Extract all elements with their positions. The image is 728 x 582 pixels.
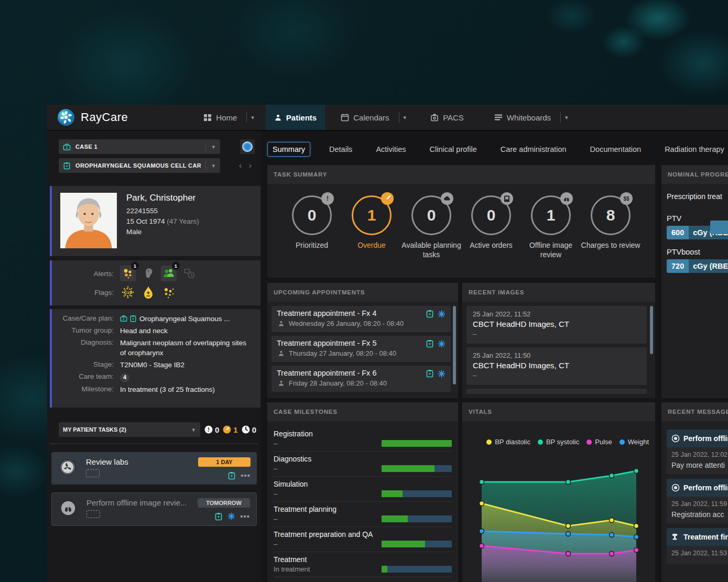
case-selector[interactable]: 1 CASE 1 ▾ — [59, 139, 220, 154]
panel-header: RECENT IMAGES — [462, 283, 655, 302]
task-card-review-labs[interactable]: Review labs 1 DAY ••• — [51, 452, 257, 485]
patient-card[interactable]: Park, Christopher 22241555 15 Oct 1974 (… — [50, 186, 260, 256]
covid19-virus-icon: C19 — [121, 285, 135, 299]
clipboard-icon[interactable] — [214, 512, 223, 521]
milestone-progressbar — [382, 465, 452, 472]
image-time: 25 Jan 2022, 11:52 — [473, 310, 640, 318]
brand: RayCare — [47, 105, 137, 130]
tab-details[interactable]: Details — [324, 142, 357, 156]
careplan-caret-icon[interactable]: ▾ — [211, 162, 216, 169]
care-team-count-badge[interactable]: 4 — [120, 373, 129, 382]
summary-circle-overdue[interactable]: 1 Overdue — [342, 195, 401, 259]
nav-label: Calendars — [353, 113, 389, 122]
more-icon[interactable]: ••• — [240, 512, 250, 521]
message-card[interactable]: Perform offline 25 Jan 2022, 12:02 Pay m… — [667, 430, 728, 474]
dose-value: 720 — [667, 259, 689, 273]
careplan-selector-label: OROPHARYNGEAL SQUAMOUS CELL CARCINOMA — [75, 162, 201, 169]
selector-divider — [205, 161, 206, 170]
tab-care-administration[interactable]: Care administration — [496, 142, 571, 156]
next-chevron-icon[interactable]: › — [247, 161, 254, 170]
nav-label: PACS — [443, 113, 464, 122]
lungs-icon — [59, 499, 77, 517]
recent-image-card[interactable]: 25 Jan 2022, 11:50 CBCT HeadHD Images, C… — [466, 347, 647, 385]
recent-image-card[interactable] — [466, 389, 647, 394]
summary-circle-prioritized[interactable]: 0 ! Prioritized — [282, 195, 342, 259]
progress-chip[interactable] — [710, 221, 728, 234]
home-grid-icon — [203, 113, 212, 122]
flag-covid-tile[interactable]: C19 — [120, 284, 136, 300]
detail-label: Milestone: — [52, 385, 120, 394]
milestone-label: Treatment planning — [274, 505, 452, 513]
nav-item-patients[interactable]: Patients — [266, 105, 325, 130]
clipboard-icon[interactable] — [426, 369, 434, 378]
detail-label: Tumor group: — [52, 326, 120, 336]
message-card[interactable]: Treatment fin 25 Jan 2022, 11:53 — [667, 528, 728, 564]
alert-history-tile[interactable] — [181, 266, 197, 281]
detail-label: Diagnosis: — [52, 338, 120, 357]
more-icon[interactable]: ••• — [241, 471, 251, 480]
tasks-header-label: MY PATIENT TASKS (2) — [63, 426, 191, 433]
orders-icon — [501, 192, 513, 205]
task-title: Review labs — [86, 457, 186, 466]
nav-item-pacs[interactable]: PACS — [422, 105, 472, 130]
tab-radiation-therapy[interactable]: Radiation therapy — [660, 142, 728, 156]
recent-images-scrollbar[interactable] — [650, 306, 653, 354]
tab-documentation[interactable]: Documentation — [585, 142, 646, 156]
frozen-star-icon — [438, 340, 446, 348]
detail-value: In treatment (3 of 25 fractions) — [120, 385, 215, 394]
case-status-button[interactable] — [240, 139, 255, 154]
summary-circle-charges[interactable]: 8 $$ Charges to review — [581, 195, 640, 259]
upcoming-appointments-panel: UPCOMING APPOINTMENTS Treatment appointm… — [267, 283, 458, 398]
due-count: 0 — [242, 425, 256, 434]
clipboard-icon[interactable] — [426, 310, 434, 318]
panel-header: NOMINAL PROGRES — [661, 165, 728, 184]
case-selector-label: CASE 1 — [75, 144, 201, 150]
clipboard-icon[interactable] — [227, 471, 236, 480]
clipboard-icon[interactable] — [426, 339, 434, 348]
summary-circle-orders[interactable]: 0 Active orders — [461, 195, 521, 259]
flag-blood-tile[interactable] — [140, 284, 156, 300]
tab-activities[interactable]: Activities — [371, 142, 410, 156]
message-time: 25 Jan 2022, 11:59 — [671, 500, 728, 508]
nav-item-home[interactable]: Home — [195, 105, 245, 130]
alert-allergy-tile[interactable]: 1 — [120, 266, 136, 281]
summary-circle-offline-review[interactable]: 1 Offline image review — [521, 195, 581, 259]
recent-images-panel: RECENT IMAGES 25 Jan 2022, 11:52 CBCT He… — [462, 283, 655, 398]
alert-hearing-tile[interactable] — [140, 266, 156, 281]
calendars-caret-icon[interactable]: ▾ — [399, 114, 411, 121]
appointments-scrollbar[interactable] — [453, 306, 456, 385]
case-caret-icon[interactable]: ▾ — [211, 144, 216, 150]
message-card[interactable]: Perform offline 25 Jan 2022, 11:59 Regis… — [667, 479, 728, 523]
tab-summary[interactable]: Summary — [267, 142, 310, 157]
message-time: 25 Jan 2022, 12:02 — [671, 451, 728, 458]
dollars-icon: $$ — [620, 192, 633, 205]
message-title: Perform offline — [683, 434, 728, 443]
milestone-progressbar — [382, 541, 452, 547]
nav-item-whiteboards[interactable]: Whiteboards — [486, 105, 559, 130]
legend-dot — [586, 440, 592, 445]
flag-dots-tile[interactable] — [161, 284, 177, 300]
my-patient-tasks-header[interactable]: MY PATIENT TASKS (2) ▾ — [59, 422, 200, 437]
appointment-title: Treatment appointment - Fx 4 — [277, 309, 446, 317]
message-time: 25 Jan 2022, 11:53 — [671, 550, 728, 557]
recent-image-card[interactable]: 25 Jan 2022, 11:52 CBCT HeadHD Images, C… — [466, 306, 647, 344]
appointment-card[interactable]: Treatment appointment - Fx 5 Thursday 27… — [271, 336, 451, 362]
detail-value: 1 Oropharyngeal Squamous ... — [120, 314, 230, 324]
tab-clinical-profile[interactable]: Clinical profile — [425, 142, 482, 156]
appointment-card[interactable]: Treatment appointment - Fx 4 Wednesday 2… — [271, 306, 451, 332]
whiteboards-caret-icon[interactable]: ▾ — [561, 114, 572, 121]
summary-circle-planning[interactable]: 0 Available planning tasks — [401, 195, 461, 259]
task-card-offline-review[interactable]: Perform offline image revie... TOMORROW … — [51, 492, 257, 526]
home-caret-icon[interactable]: ▾ — [247, 114, 258, 121]
alert-careteam-tile[interactable]: 1 — [161, 266, 177, 281]
nav-item-calendars[interactable]: Calendars — [332, 105, 397, 130]
detail-row: Care team: 4 — [52, 372, 260, 382]
tasks-caret-icon[interactable]: ▾ — [191, 426, 196, 433]
dose-pill: 720 cGy (RBE) — [667, 259, 728, 273]
prev-chevron-icon[interactable]: ‹ — [237, 161, 244, 170]
vitals-chart[interactable] — [462, 455, 655, 582]
appointment-card[interactable]: Treatment appointment - Fx 6 Friday 28 J… — [271, 366, 451, 392]
milestone-row: Treatment planning – — [274, 502, 452, 527]
desktop-background: RayCare Home ▾ Patients — [0, 0, 728, 582]
careplan-selector[interactable]: OROPHARYNGEAL SQUAMOUS CELL CARCINOMA ▾ — [59, 158, 220, 173]
